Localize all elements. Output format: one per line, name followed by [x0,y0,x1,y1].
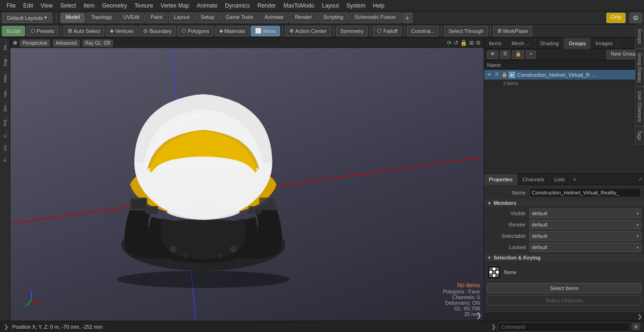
render-select[interactable]: default ▾ [529,220,641,229]
items-button[interactable]: ⬜ Items [251,26,280,36]
left-tab-f[interactable]: F... [2,154,8,163]
left-tab-dup[interactable]: Dup... [2,53,8,68]
tab-layout[interactable]: Layout [169,13,195,23]
presets-button[interactable]: ⬡ Presets [26,26,58,36]
cmd-execute-button[interactable]: ⊠ [632,323,640,330]
left-tab-ver[interactable]: Ver... [2,86,8,99]
tab-render[interactable]: Render [289,13,317,23]
left-tab-uv[interactable]: UV... [2,140,8,153]
tab-gametools[interactable]: Game Tools [221,13,259,23]
select-items-button[interactable]: Select Items [487,283,641,293]
vp-icon-refresh[interactable]: ↺ [454,40,458,46]
menu-dynamics[interactable]: Dynamics [221,2,254,9]
edge-tab-user-channels[interactable]: User Channels [635,87,644,126]
select-channels-button[interactable]: Select Channels [487,295,641,306]
vp-icon-expand[interactable]: ⊞ [469,40,474,46]
select-through-button[interactable]: Select Through [444,26,487,36]
layout-dropdown[interactable]: Default Layouts ▾ [2,13,52,23]
settings-icon-button[interactable]: ⚙ [629,13,642,23]
constrain-button[interactable]: Constrai... [407,26,439,36]
name-input[interactable] [529,188,641,197]
left-tab-c[interactable]: C... [2,129,8,139]
tab-scripting[interactable]: Scripting [318,13,349,23]
scroll-right-arrow[interactable]: ❯ [476,311,482,319]
rp-tab-groups[interactable]: Groups [564,38,591,49]
rp-tab-shading[interactable]: Shading [535,38,564,49]
tab-setup[interactable]: Setup [196,13,220,23]
menu-file[interactable]: File [3,2,19,9]
menu-animate[interactable]: Animate [193,2,221,9]
left-tab-de[interactable]: De... [2,40,8,52]
rp-tab-images[interactable]: Images [591,38,618,49]
advanced-button[interactable]: Advanced [53,40,79,47]
edge-tab-groups[interactable]: Groups [635,24,644,49]
vp-dot[interactable] [13,41,17,45]
menu-system[interactable]: System [343,2,369,9]
command-input[interactable] [498,322,630,332]
menu-vertexmap[interactable]: Vertex Map [157,2,193,9]
polygons-button[interactable]: ⬡ Polygons [177,26,213,36]
menu-render[interactable]: Render [254,2,280,9]
auto-select-button[interactable]: ⊞ Auto Select [64,26,104,36]
tab-paint[interactable]: Paint [146,13,168,23]
vertices-button[interactable]: ◈ Vertices [106,26,138,36]
perspective-button[interactable]: Perspective [20,40,50,47]
selectable-select[interactable]: default ▾ [529,231,641,241]
groups-icon-lock[interactable]: 🔒 [512,50,524,59]
menu-edit[interactable]: Edit [19,2,37,9]
scroll-bottom-arrow[interactable]: ❯ [484,312,644,321]
vp-icon-rotate[interactable]: ⟳ [447,40,452,46]
edge-tab-tags[interactable]: Tags [635,126,644,145]
prop-tab-lists[interactable]: Lists [550,174,570,185]
vp-icon-plus[interactable]: ⚙ [476,40,481,46]
group-lock-icon[interactable]: 🔒 [501,72,508,78]
sculpt-button[interactable]: Sculpt [2,26,25,36]
group-eye-icon[interactable]: 👁 [486,72,493,78]
vp-icon-lock[interactable]: 🔒 [460,40,467,46]
visible-select[interactable]: default ▾ [529,209,641,218]
symmetry-button[interactable]: Symmetry [336,26,368,36]
menu-layout[interactable]: Layout [318,2,343,9]
props-expand-button[interactable]: ⤢ [636,177,644,182]
groups-icon-eye[interactable]: 👁 [487,50,498,59]
menu-view[interactable]: View [37,2,57,9]
group-render-icon[interactable]: R [494,72,500,78]
tab-uvedit[interactable]: UVEdit [118,13,144,23]
left-tab-pol[interactable]: Pol... [2,114,8,128]
tab-animate[interactable]: Animate [259,13,289,23]
menu-item[interactable]: Item [80,2,98,9]
left-tab-em[interactable]: Em... [2,100,8,113]
add-tab-button[interactable]: + [402,13,413,23]
left-tab-mes[interactable]: Mes... [2,69,8,85]
star-only-button[interactable]: Only [606,13,626,23]
boundary-button[interactable]: ◎ Boundary [139,26,176,36]
edge-tab-group-display[interactable]: Group Display [635,49,644,87]
groups-icon-render[interactable]: R [500,50,510,59]
groups-icon-plus[interactable]: + [526,50,536,59]
action-center-button[interactable]: ⊕ Action Center [285,26,331,36]
locked-select[interactable]: default ▾ [529,243,641,252]
viewport[interactable]: Perspective Advanced Ray GL: Off ⟳ ↺ 🔒 ⊞… [10,38,484,321]
members-section-header[interactable]: ▼ Members [484,199,644,207]
menu-texture[interactable]: Texture [131,2,157,9]
prop-tab-channels[interactable]: Channels [518,174,549,185]
materials-button[interactable]: ◈ Materials [215,26,250,36]
tab-model[interactable]: Model [60,13,85,23]
falloff-button[interactable]: ⬡ Falloff [373,26,402,36]
rp-tab-mesh[interactable]: Mesh ... [507,38,535,49]
prop-tab-properties[interactable]: Properties [484,174,518,185]
menu-geometry[interactable]: Geometry [99,2,131,9]
sk-section-header[interactable]: ▼ Selection & Keying [484,254,644,261]
tab-schematic-fusion[interactable]: Schematic Fusion [349,13,401,23]
prop-tab-add-button[interactable]: + [570,176,579,183]
menu-select[interactable]: Select [57,2,80,9]
tab-topology[interactable]: Topology [86,13,117,23]
menu-maxtomodo[interactable]: MaxToModo [280,2,318,9]
menu-help[interactable]: Help [369,2,388,9]
sk-icon-box[interactable] [487,265,501,279]
expand-arrow-icon[interactable]: ❯ [4,324,8,330]
group-list-item[interactable]: 👁 R 🔒 ▸ Construction_Helmet_Virtual_R ..… [484,70,644,80]
raygl-button[interactable]: Ray GL: Off [83,40,113,47]
rp-tab-items[interactable]: Items [484,38,507,49]
workplane-button[interactable]: ⊞ WorkPlane [493,26,533,36]
